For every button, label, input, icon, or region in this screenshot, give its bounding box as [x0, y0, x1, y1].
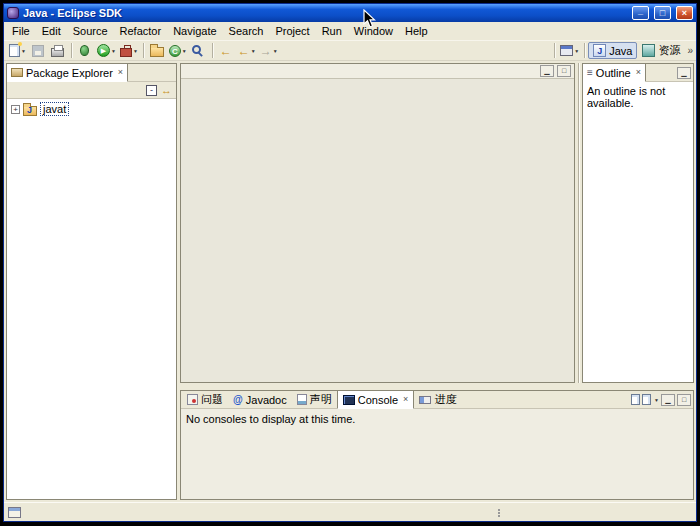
menu-help[interactable]: Help [399, 23, 434, 39]
mouse-cursor [363, 9, 376, 29]
perspective-resource-button[interactable]: 资源 [637, 41, 685, 60]
tab-package-explorer[interactable]: Package Explorer × [7, 64, 128, 82]
resource-perspective-label: 资源 [658, 43, 680, 58]
outline-icon: ≡ [587, 68, 593, 78]
search-button[interactable] [189, 41, 209, 60]
outline-view: ≡ Outline × ▁ An outline is not availabl… [582, 63, 694, 383]
console-tab-label: Console [358, 394, 398, 406]
last-edit-location-button[interactable]: ← [216, 41, 236, 60]
menu-search[interactable]: Search [223, 23, 270, 39]
run-button[interactable]: ▶ ▼ [95, 41, 118, 60]
editor-tab-strip: ▁ □ [181, 64, 574, 79]
maximize-window-button[interactable]: □ [654, 6, 671, 20]
toolbar-separator [554, 43, 555, 58]
new-class-button[interactable]: C ▼ [167, 41, 189, 60]
new-wizard-button[interactable]: ▼ [7, 41, 28, 60]
expander-icon[interactable]: + [11, 105, 20, 114]
editor-empty-area [181, 79, 574, 382]
sash-editor-console[interactable] [180, 386, 694, 387]
outline-close-icon[interactable]: × [636, 68, 641, 77]
editor-area: ▁ □ [180, 63, 575, 383]
resource-perspective-icon [642, 44, 655, 57]
problems-icon [187, 394, 198, 405]
outline-tabbar: ≡ Outline × ▁ [583, 64, 693, 82]
perspective-overflow-chevron[interactable]: » [687, 45, 693, 56]
tab-javadoc[interactable]: @ Javadoc [228, 391, 292, 409]
editor-maximize-icon[interactable]: □ [557, 65, 571, 77]
forward-dropdown-icon[interactable]: ▼ [273, 48, 278, 54]
new-java-project-button[interactable] [147, 41, 167, 60]
external-tools-icon [120, 48, 132, 57]
javadoc-icon: @ [233, 395, 243, 405]
editor-minimize-icon[interactable]: ▁ [540, 65, 554, 77]
menu-run[interactable]: Run [316, 23, 348, 39]
menu-file[interactable]: File [6, 23, 36, 39]
back-button[interactable]: ← ▼ [236, 41, 258, 60]
tab-console[interactable]: Console × [337, 391, 415, 409]
fast-view-icon[interactable] [8, 507, 21, 518]
external-tools-button[interactable]: ▼ [118, 41, 140, 60]
console-icon [343, 395, 355, 405]
progress-icon [419, 396, 431, 404]
package-explorer-toolbar: - ↔ [7, 82, 176, 99]
package-explorer-close-icon[interactable]: × [118, 68, 123, 77]
new-wizard-icon [9, 44, 20, 57]
progress-tab-label: 进度 [434, 392, 456, 407]
menu-source[interactable]: Source [67, 23, 114, 39]
open-console-dropdown-icon[interactable]: ▼ [654, 397, 659, 403]
print-button[interactable] [48, 41, 68, 60]
menu-navigate[interactable]: Navigate [167, 23, 222, 39]
tab-outline[interactable]: ≡ Outline × [583, 64, 646, 82]
open-console-icon[interactable] [642, 394, 651, 405]
back-icon: ← [238, 45, 250, 57]
display-console-icon[interactable] [631, 394, 640, 405]
perspective-java-button[interactable]: J Java [588, 42, 637, 59]
menu-project[interactable]: Project [269, 23, 315, 39]
debug-icon [80, 45, 89, 56]
last-edit-location-icon: ← [220, 45, 232, 57]
menu-edit[interactable]: Edit [36, 23, 67, 39]
tree-item-project[interactable]: + J javat [7, 99, 176, 118]
main-toolbar: ▼ ▶ ▼ ▼ C ▼ ← [4, 40, 696, 61]
open-perspective-dropdown-icon[interactable]: ▼ [574, 48, 579, 54]
print-icon [51, 48, 64, 57]
java-perspective-label: Java [609, 45, 632, 57]
problems-tab-label: 问题 [201, 392, 223, 407]
tab-declaration[interactable]: 声明 [292, 391, 337, 409]
new-class-icon: C [169, 45, 181, 57]
package-explorer-icon [11, 68, 23, 77]
save-icon [32, 45, 44, 57]
tab-problems[interactable]: 问题 [182, 391, 228, 409]
back-dropdown-icon[interactable]: ▼ [251, 48, 256, 54]
menu-refactor[interactable]: Refactor [114, 23, 168, 39]
save-button[interactable] [28, 41, 48, 60]
console-view: 问题 @ Javadoc 声明 Console × [180, 390, 694, 500]
new-class-dropdown-icon[interactable]: ▼ [182, 48, 187, 54]
console-close-icon[interactable]: × [403, 395, 408, 404]
title-bar[interactable]: Java - Eclipse SDK _ □ × [4, 4, 696, 22]
declaration-icon [297, 394, 307, 405]
close-window-button[interactable]: × [676, 6, 693, 20]
collapse-all-icon[interactable]: - [146, 85, 157, 96]
console-maximize-icon[interactable]: □ [677, 394, 691, 406]
eclipse-app-icon [7, 7, 19, 19]
outline-header-icons: ▁ [677, 67, 693, 79]
debug-button[interactable] [75, 41, 95, 60]
outline-empty-message: An outline is not available. [583, 82, 693, 382]
minimize-window-button[interactable]: _ [632, 6, 649, 20]
forward-button[interactable]: → ▼ [258, 41, 280, 60]
outline-minimize-icon[interactable]: ▁ [677, 67, 691, 79]
link-with-editor-icon[interactable]: ↔ [161, 85, 172, 96]
sash-editor-outline[interactable] [578, 63, 579, 383]
external-tools-dropdown-icon[interactable]: ▼ [133, 48, 138, 54]
run-dropdown-icon[interactable]: ▼ [111, 48, 116, 54]
console-tabbar: 问题 @ Javadoc 声明 Console × [181, 391, 693, 409]
tab-progress[interactable]: 进度 [414, 391, 461, 409]
open-perspective-button[interactable]: ▼ [558, 41, 581, 60]
console-minimize-icon[interactable]: ▁ [661, 394, 675, 406]
declaration-tab-label: 声明 [310, 392, 332, 407]
package-explorer-view: Package Explorer × - ↔ + J javat [6, 63, 177, 500]
toolbar-separator [212, 43, 213, 58]
status-grip [498, 509, 500, 511]
new-wizard-dropdown-icon[interactable]: ▼ [21, 48, 26, 54]
